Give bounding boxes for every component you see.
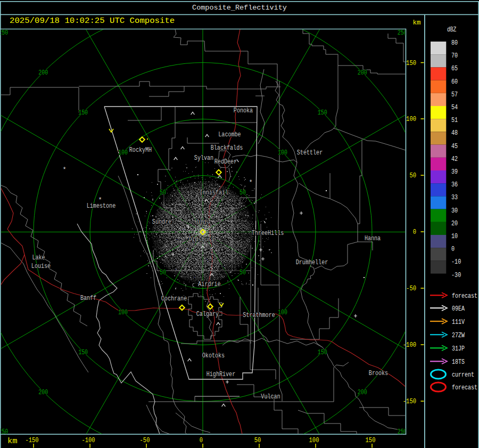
svg-text:0: 0 [451,245,455,253]
svg-text:57: 57 [451,91,458,99]
svg-text:Limestone: Limestone [87,202,115,210]
svg-text:150: 150 [366,436,376,444]
svg-text:100: 100 [278,149,287,157]
svg-text:current: current [452,371,474,379]
svg-text:150: 150 [318,348,327,356]
svg-text:Vulcan: Vulcan [261,393,280,401]
svg-text:forecast: forecast [452,292,477,300]
svg-text:-30: -30 [451,271,461,279]
svg-text:-50: -50 [140,436,150,444]
svg-text:*: * [249,179,252,186]
svg-text:RockyMH: RockyMH [129,146,152,154]
svg-text:50: 50 [409,172,416,180]
svg-text:Lake: Lake [32,254,45,262]
svg-text:-100: -100 [403,341,416,349]
svg-text:70: 70 [451,52,458,60]
svg-text:forecast: forecast [452,384,477,392]
svg-text:48: 48 [451,129,458,137]
svg-text:HighRiver: HighRiver [207,370,235,378]
svg-text:Stettler: Stettler [297,149,323,157]
svg-text:ThreeHills: ThreeHills [252,229,284,237]
svg-text:50: 50 [254,436,261,444]
svg-text:km: km [413,19,421,27]
svg-text:50: 50 [160,268,166,276]
svg-text:42: 42 [451,155,458,163]
svg-text:150: 150 [78,348,88,356]
svg-text:20: 20 [451,219,458,227]
svg-text:100: 100 [406,115,416,123]
svg-text:Brooks: Brooks [369,369,388,377]
svg-text:Calgary: Calgary [196,310,219,318]
svg-text:Sylvan: Sylvan [194,154,213,162]
svg-text:0: 0 [200,436,203,444]
svg-text:Drumheller: Drumheller [296,258,328,266]
svg-text:100: 100 [118,149,128,157]
svg-text:200: 200 [358,388,367,396]
svg-text:39: 39 [451,168,458,176]
svg-text:36: 36 [451,181,458,189]
svg-text:200: 200 [38,388,48,396]
svg-text:RedDeer: RedDeer [214,158,237,166]
svg-text:-150: -150 [403,397,416,405]
svg-text:Banff: Banff [80,294,96,302]
svg-text:Olds: Olds [196,218,209,226]
svg-text:Ponoka: Ponoka [234,107,253,115]
svg-text:100: 100 [118,308,128,316]
svg-text:dBZ: dBZ [447,26,457,34]
svg-text:80: 80 [451,39,458,47]
svg-text:km: km [7,436,18,446]
svg-text:51: 51 [451,116,458,124]
svg-text:111V: 111V [452,318,465,326]
svg-text:250: 250 [0,29,8,37]
svg-text:Okotoks: Okotoks [202,352,225,360]
svg-text:Louise: Louise [31,262,51,270]
svg-text:-100: -100 [81,436,95,444]
svg-text:100: 100 [278,308,287,316]
svg-text:200: 200 [358,69,367,77]
svg-text:65: 65 [451,64,458,72]
svg-text:50: 50 [240,268,246,276]
svg-text:60: 60 [451,78,458,86]
svg-text:Airdrie: Airdrie [198,280,220,288]
svg-text:50: 50 [240,189,246,197]
svg-text:-150: -150 [25,436,38,444]
svg-text:150: 150 [78,109,88,117]
svg-text:Strathmore: Strathmore [243,311,275,319]
svg-text:Sundre: Sundre [152,218,171,226]
svg-text:Hanna: Hanna [365,234,381,242]
svg-text:Composite_Reflectivity: Composite_Reflectivity [192,4,287,12]
svg-text:0: 0 [413,228,416,236]
svg-text:Cochrane: Cochrane [161,295,187,303]
svg-text:45: 45 [451,142,458,150]
svg-text:Blackfalds: Blackfalds [211,144,243,152]
svg-text:150: 150 [318,109,327,117]
svg-text:*: * [62,166,66,174]
svg-text:31JP: 31JP [452,345,465,353]
svg-text:09EA: 09EA [452,305,465,313]
svg-text:150: 150 [406,59,416,67]
svg-text:27ZW: 27ZW [452,331,465,339]
svg-text:50: 50 [160,189,166,197]
svg-text:-10: -10 [451,258,461,266]
svg-text:200: 200 [38,69,48,77]
svg-text:30: 30 [451,207,458,215]
svg-text:54: 54 [451,103,458,111]
svg-text:-50: -50 [406,284,416,292]
svg-text:33: 33 [451,193,458,201]
svg-text:Lacombe: Lacombe [218,131,241,139]
svg-text:Innisfail: Innisfail [200,189,228,197]
svg-text:Didsbury: Didsbury [188,235,214,243]
svg-text:100: 100 [309,436,319,444]
svg-text:18TS: 18TS [452,358,465,366]
svg-text:10: 10 [451,232,458,240]
svg-text:2025/09/18 10:02:25 UTC Compos: 2025/09/18 10:02:25 UTC Composite [10,16,175,26]
